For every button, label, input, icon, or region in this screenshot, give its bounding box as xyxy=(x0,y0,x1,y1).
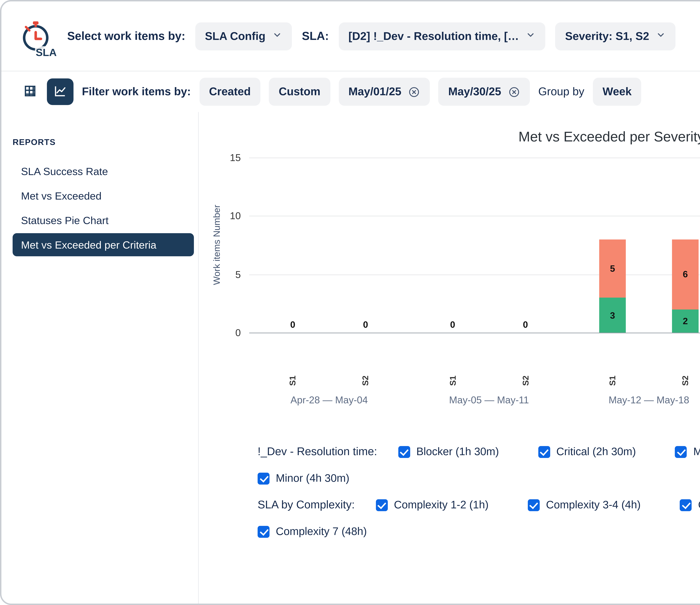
bar-value-label: 2 xyxy=(683,316,688,326)
bar-s2[interactable]: 62 xyxy=(672,158,699,333)
sla-config-value: SLA Config xyxy=(205,30,266,43)
checkbox-icon xyxy=(257,526,270,537)
sla-select-dropdown[interactable]: [D2] !_Dev - Resolution time, [… xyxy=(339,22,546,50)
sla-select-value: [D2] !_Dev - Resolution time, [… xyxy=(348,30,519,43)
bar-segment-met[interactable]: 3 xyxy=(599,297,626,333)
stacked-bar-chart: Work items Number 051015 00S1S2Apr-28 — … xyxy=(249,158,700,412)
bar-s1[interactable]: 0 xyxy=(279,158,306,333)
top-header: SLA Select work items by: SLA Config SLA… xyxy=(1,1,700,71)
checkbox-complexity-5-6[interactable]: Complexity 5-6 (12h) xyxy=(680,499,700,511)
zero-value-label: 0 xyxy=(512,319,539,330)
bar-segment-exceeded[interactable]: 5 xyxy=(599,239,626,297)
app-window: SLA Select work items by: SLA Config SLA… xyxy=(0,0,700,605)
date-from-value: May/01/25 xyxy=(348,86,401,98)
sidebar-item-met-vs-exceeded-per-criteria[interactable]: Met vs Exceeded per Criteria xyxy=(12,233,194,256)
checkbox-icon xyxy=(257,473,270,484)
chevron-down-icon xyxy=(272,30,282,43)
checkbox-complexity-3-4[interactable]: Complexity 3-4 (4h) xyxy=(528,499,641,511)
bar-segment-exceeded[interactable]: 6 xyxy=(672,239,699,309)
bar-value-label: 3 xyxy=(610,310,615,320)
bar-segment-met[interactable]: 2 xyxy=(672,309,699,333)
clear-date-to-icon[interactable] xyxy=(508,86,520,98)
y-axis-title: Work items Number xyxy=(211,158,222,333)
severity-value: Severity: S1, S2 xyxy=(565,30,649,43)
date-from-chip[interactable]: May/01/25 xyxy=(339,78,430,106)
date-to-value: May/30/25 xyxy=(448,86,501,98)
severity-axis-label: S1 xyxy=(439,372,466,390)
bar-s1[interactable]: 0 xyxy=(439,158,466,333)
bar-s1[interactable]: 53 xyxy=(599,158,626,333)
table-view-button[interactable] xyxy=(17,78,43,105)
criteria-filters: !_Dev - Resolution time: Blocker (1h 30m… xyxy=(257,442,700,541)
zero-value-label: 0 xyxy=(279,319,306,330)
reports-sidebar: REPORTS SLA Success Rate Met vs Exceeded… xyxy=(1,112,199,605)
view-toggle xyxy=(17,78,74,105)
sidebar-heading: REPORTS xyxy=(12,137,194,147)
table-grid-icon xyxy=(23,84,37,100)
zero-value-label: 0 xyxy=(439,319,466,330)
sidebar-item-met-vs-exceeded[interactable]: Met vs Exceeded xyxy=(12,184,194,207)
severity-axis-label: S2 xyxy=(512,372,539,390)
bar-s2[interactable]: 0 xyxy=(352,158,379,333)
checkbox-blocker[interactable]: Blocker (1h 30m) xyxy=(398,445,499,458)
line-chart-icon xyxy=(53,84,67,100)
y-tick-label: 5 xyxy=(235,268,241,281)
clear-date-from-icon[interactable] xyxy=(408,86,420,98)
bar-value-label: 6 xyxy=(683,269,688,280)
chart-groups: 00S1S2Apr-28 — May-0400S1S2May-05 — May-… xyxy=(249,158,700,406)
checkbox-critical[interactable]: Critical (2h 30m) xyxy=(538,445,636,458)
chevron-down-icon xyxy=(526,30,536,43)
y-tick-label: 0 xyxy=(235,326,241,339)
date-to-chip[interactable]: May/30/25 xyxy=(439,78,530,106)
custom-label: Custom xyxy=(279,86,321,98)
report-main: Met vs Exceeded per Severity: S1, S2 Wor… xyxy=(199,112,700,605)
filter-work-items-label: Filter work items by: xyxy=(82,86,191,98)
checkbox-icon xyxy=(376,499,388,511)
group-by-dropdown[interactable]: Week xyxy=(593,78,642,106)
chart-view-button[interactable] xyxy=(47,78,74,105)
week-range-label: May-12 — May-18 xyxy=(569,394,700,406)
week-range-label: Apr-28 — May-04 xyxy=(249,394,409,406)
group-by-label: Group by xyxy=(538,86,584,98)
select-work-items-label: Select work items by: xyxy=(67,29,185,43)
severity-axis-label: S1 xyxy=(279,372,306,390)
chart-title: Met vs Exceeded per Severity: S1, S2 xyxy=(199,129,700,145)
sla-label: SLA: xyxy=(302,29,329,43)
bar-s2[interactable]: 0 xyxy=(512,158,539,333)
chart-group: 5362S1S2May-12 — May-18 xyxy=(569,158,700,406)
severity-dropdown[interactable]: Severity: S1, S2 xyxy=(555,22,676,50)
created-label: Created xyxy=(209,86,251,98)
checkbox-complexity-7[interactable]: Complexity 7 (48h) xyxy=(257,525,367,538)
severity-axis-label: S1 xyxy=(599,372,626,390)
group-by-value: Week xyxy=(603,86,632,98)
filter-toolbar: Filter work items by: Created Custom May… xyxy=(1,71,700,112)
resolution-time-label: !_Dev - Resolution time: xyxy=(257,445,377,458)
checkbox-icon xyxy=(675,446,687,458)
zero-value-label: 0 xyxy=(352,319,379,330)
checkbox-minor[interactable]: Minor (4h 30m) xyxy=(257,472,349,485)
y-tick-label: 15 xyxy=(230,151,241,164)
sla-logo-icon: SLA xyxy=(17,16,57,56)
sla-config-dropdown[interactable]: SLA Config xyxy=(195,22,292,50)
chart-group: 00S1S2May-05 — May-11 xyxy=(409,158,569,406)
custom-range-button[interactable]: Custom xyxy=(269,78,330,106)
severity-axis-label: S2 xyxy=(672,372,699,390)
checkbox-major[interactable]: Major (3h 30m) xyxy=(675,445,700,458)
severity-axis-label: S2 xyxy=(352,372,379,390)
checkbox-complexity-1-2[interactable]: Complexity 1-2 (1h) xyxy=(376,499,489,511)
created-filter-button[interactable]: Created xyxy=(199,78,260,106)
sidebar-item-statuses-pie-chart[interactable]: Statuses Pie Chart xyxy=(12,209,194,232)
sidebar-item-sla-success-rate[interactable]: SLA Success Rate xyxy=(12,160,194,183)
chevron-down-icon xyxy=(656,30,666,43)
checkbox-icon xyxy=(528,499,540,511)
bar-value-label: 5 xyxy=(610,263,615,274)
sla-by-complexity-label: SLA by Complexity: xyxy=(257,499,355,511)
chart-group: 00S1S2Apr-28 — May-04 xyxy=(249,158,409,406)
checkbox-icon xyxy=(538,446,550,458)
logo-text: SLA xyxy=(35,46,57,58)
y-tick-label: 10 xyxy=(230,210,241,222)
week-range-label: May-05 — May-11 xyxy=(409,394,569,406)
checkbox-icon xyxy=(398,446,410,458)
checkbox-icon xyxy=(680,499,692,511)
